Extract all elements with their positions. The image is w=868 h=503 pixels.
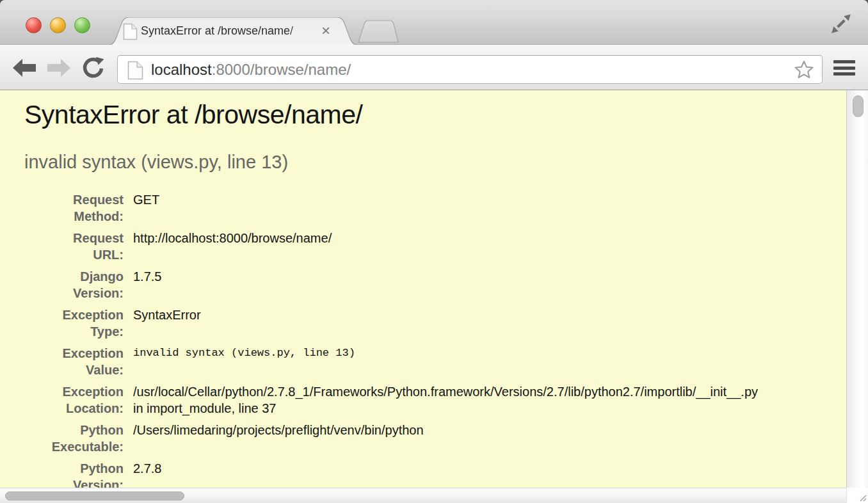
new-tab-button[interactable] [356, 20, 401, 43]
meta-label: Exception Type: [40, 307, 124, 340]
page-icon [123, 23, 138, 40]
resize-grip-icon[interactable] [858, 493, 867, 502]
vertical-scrollbar[interactable] [846, 90, 868, 488]
meta-label: Python Version: [40, 460, 124, 488]
forward-button[interactable] [47, 58, 71, 78]
minimize-window-button[interactable] [50, 17, 66, 33]
meta-row-python-version: Python Version: 2.7.8 [24, 460, 846, 488]
meta-value: http://localhost:8000/browse/name/ [133, 230, 332, 246]
meta-row-request-method: Request Method: GET [24, 191, 846, 225]
address-bar[interactable]: localhost:8000/browse/name/ [117, 55, 823, 84]
meta-row-exception-type: Exception Type: SyntaxError [24, 307, 846, 340]
vertical-scrollbar-thumb[interactable] [853, 95, 864, 117]
meta-value: GET [133, 191, 159, 208]
zoom-window-button[interactable] [74, 17, 90, 33]
fullscreen-resize-icon[interactable] [830, 12, 853, 35]
tab-close-icon[interactable]: × [321, 22, 330, 40]
meta-value: 2.7.8 [133, 460, 161, 477]
meta-value-line2: in import_module, line 37 [133, 400, 758, 417]
meta-label: Request Method: [40, 191, 124, 225]
menu-hamburger-icon[interactable] [833, 60, 856, 76]
browser-window: SyntaxError at /browse/name/ × [0, 0, 868, 503]
meta-row-django-version: Django Version: 1.7.5 [24, 268, 846, 301]
meta-value: /Users/limedaring/projects/preflight/ven… [133, 422, 424, 438]
meta-label: Python Executable: [40, 422, 124, 455]
bottom-scrollbar-row [0, 488, 868, 503]
content-area: SyntaxError at /browse/name/ invalid syn… [0, 90, 868, 488]
meta-label: Exception Location: [40, 383, 124, 417]
reload-button[interactable] [81, 56, 104, 79]
url-text[interactable]: localhost:8000/browse/name/ [151, 61, 351, 79]
django-error-page: SyntaxError at /browse/name/ invalid syn… [0, 90, 846, 488]
page-title: SyntaxError at /browse/name/ [24, 99, 846, 130]
meta-row-exception-location: Exception Location: /usr/local/Cellar/py… [24, 383, 846, 417]
meta-label: Request URL: [40, 230, 124, 263]
active-tab[interactable]: SyntaxError at /browse/name/ × [108, 17, 358, 45]
bookmark-star-icon[interactable] [794, 60, 814, 80]
scrollbar-corner [846, 488, 868, 503]
url-domain: localhost [151, 61, 212, 78]
page-icon [127, 61, 143, 80]
tab-title: SyntaxError at /browse/name/ [141, 24, 319, 40]
page-subtitle: invalid syntax (views.py, line 13) [24, 151, 846, 173]
horizontal-scrollbar[interactable] [0, 488, 846, 503]
meta-value: 1.7.5 [133, 268, 161, 285]
horizontal-scrollbar-thumb[interactable] [5, 491, 184, 500]
back-button[interactable] [12, 58, 36, 78]
close-window-button[interactable] [26, 17, 42, 33]
meta-row-request-url: Request URL: http://localhost:8000/brows… [24, 230, 846, 263]
meta-row-python-executable: Python Executable: /Users/limedaring/pro… [24, 422, 846, 455]
meta-value: invalid syntax (views.py, line 13) [133, 345, 355, 362]
meta-label: Exception Value: [40, 345, 124, 378]
title-bar: SyntaxError at /browse/name/ × [0, 0, 868, 45]
meta-label: Django Version: [40, 268, 124, 301]
url-path: :8000/browse/name/ [212, 61, 351, 78]
meta-value: SyntaxError [133, 307, 201, 323]
meta-value: /usr/local/Cellar/python/2.7.8_1/Framewo… [133, 383, 758, 400]
meta-row-exception-value: Exception Value: invalid syntax (views.p… [24, 345, 846, 378]
navigation-toolbar: localhost:8000/browse/name/ [0, 45, 868, 90]
